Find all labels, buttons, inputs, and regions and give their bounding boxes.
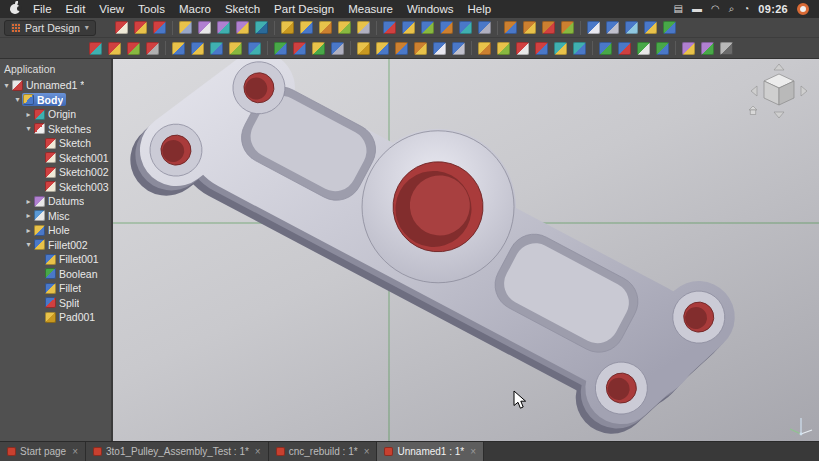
mirrored-icon[interactable] — [504, 21, 517, 34]
tree-item-sketch002[interactable]: Sketch002 — [0, 165, 111, 180]
refine-shape-icon[interactable] — [656, 42, 669, 55]
chamfer-tool-icon[interactable] — [606, 21, 619, 34]
polar-pattern-icon[interactable] — [542, 21, 555, 34]
collapse-arrow-icon[interactable]: ▾ — [13, 95, 22, 104]
document-tab-start-page[interactable]: Start page× — [0, 442, 86, 461]
fillet-tool-icon[interactable] — [587, 21, 600, 34]
datum-plane-icon[interactable] — [236, 21, 249, 34]
appearance-icon[interactable] — [682, 42, 695, 55]
apple-menu-icon[interactable] — [10, 4, 20, 14]
menu-item-help[interactable]: Help — [468, 3, 492, 15]
tree-item-fillet001[interactable]: Fillet001 — [0, 252, 111, 267]
tree-item-sketches[interactable]: ▾Sketches — [0, 122, 111, 137]
random-color-icon[interactable] — [701, 42, 714, 55]
tab-close-icon[interactable]: × — [255, 446, 261, 457]
defeaturing-icon[interactable] — [618, 42, 631, 55]
menu-item-macro[interactable]: Macro — [179, 3, 211, 15]
datum-line-icon[interactable] — [217, 21, 230, 34]
document-tab-cnc-rebuild-1[interactable]: cnc_rebuild : 1*× — [269, 442, 378, 461]
workbench-selector[interactable]: Part Design ▾ — [4, 20, 96, 36]
battery-icon[interactable]: ▬ — [692, 4, 702, 14]
subtractive-loft-icon[interactable] — [440, 21, 453, 34]
tree-item-body[interactable]: ▾Body — [0, 93, 111, 108]
additive-pipe-icon[interactable] — [338, 21, 351, 34]
menu-item-tools[interactable]: Tools — [138, 3, 165, 15]
boolean-intersect-icon[interactable] — [312, 42, 325, 55]
document-tab-unnamed1-1[interactable]: Unnamed1 : 1*× — [377, 442, 484, 461]
pad-icon[interactable] — [281, 21, 294, 34]
part-sphere-icon[interactable] — [210, 42, 223, 55]
offset-icon[interactable] — [554, 42, 567, 55]
boolean-tool-icon[interactable] — [663, 21, 676, 34]
navcube-arrow-left-icon[interactable] — [751, 86, 757, 96]
boolean-cut-icon[interactable] — [293, 42, 306, 55]
measure-angular-icon[interactable] — [108, 42, 121, 55]
expand-arrow-icon[interactable]: ▸ — [24, 197, 33, 206]
check-geometry-icon[interactable] — [637, 42, 650, 55]
user-badge-icon[interactable] — [797, 3, 809, 15]
tree-item-split[interactable]: Split — [0, 296, 111, 311]
menubar-clock[interactable]: 09:26 — [758, 3, 788, 15]
wifi-icon[interactable]: ◠ — [711, 4, 720, 14]
measure-clear-icon[interactable] — [146, 42, 159, 55]
menu-item-edit[interactable]: Edit — [66, 3, 86, 15]
tab-close-icon[interactable]: × — [72, 446, 78, 457]
revolve-icon[interactable] — [376, 42, 389, 55]
hole-icon[interactable] — [402, 21, 415, 34]
subtractive-pipe-icon[interactable] — [459, 21, 472, 34]
tree-item-sketch001[interactable]: Sketch001 — [0, 151, 111, 166]
revolution-icon[interactable] — [300, 21, 313, 34]
displays-icon[interactable]: ▤ — [674, 4, 683, 14]
mirror-icon[interactable] — [395, 42, 408, 55]
datum-point-icon[interactable] — [198, 21, 211, 34]
collapse-arrow-icon[interactable]: ▾ — [2, 81, 11, 90]
thickness-part-icon[interactable] — [573, 42, 586, 55]
additive-loft-icon[interactable] — [319, 21, 332, 34]
shape-builder-icon[interactable] — [599, 42, 612, 55]
create-body-icon[interactable] — [179, 21, 192, 34]
map-sketch-icon[interactable] — [153, 21, 166, 34]
menu-item-part-design[interactable]: Part Design — [274, 3, 334, 15]
tree-item-misc[interactable]: ▸Misc — [0, 209, 111, 224]
part-model[interactable] — [140, 59, 746, 440]
multitransform-icon[interactable] — [561, 21, 574, 34]
groove-icon[interactable] — [421, 21, 434, 34]
section-icon[interactable] — [516, 42, 529, 55]
additive-helix-icon[interactable] — [357, 21, 370, 34]
sweep-icon[interactable] — [497, 42, 510, 55]
control-center-icon[interactable]: ◔ — [743, 4, 749, 14]
tree-item-sketch003[interactable]: Sketch003 — [0, 180, 111, 195]
thickness-tool-icon[interactable] — [644, 21, 657, 34]
create-sketch-icon[interactable] — [115, 21, 128, 34]
expand-arrow-icon[interactable]: ▸ — [24, 211, 33, 220]
part-box-icon[interactable] — [172, 42, 185, 55]
pocket-icon[interactable] — [383, 21, 396, 34]
tab-close-icon[interactable]: × — [364, 446, 370, 457]
cross-sections-icon[interactable] — [535, 42, 548, 55]
extrude-icon[interactable] — [357, 42, 370, 55]
expand-arrow-icon[interactable]: ▸ — [24, 226, 33, 235]
tree-item-boolean[interactable]: Boolean — [0, 267, 111, 282]
tree-item-datums[interactable]: ▸Datums — [0, 194, 111, 209]
tree-item-hole[interactable]: ▸Hole — [0, 223, 111, 238]
fillet-part-icon[interactable] — [433, 42, 446, 55]
grid-icon[interactable] — [720, 42, 733, 55]
loft-icon[interactable] — [478, 42, 491, 55]
tree-item-pad001[interactable]: Pad001 — [0, 310, 111, 325]
3d-viewport[interactable] — [113, 59, 819, 441]
menu-item-file[interactable]: File — [33, 3, 52, 15]
draft-tool-icon[interactable] — [625, 21, 638, 34]
navcube-arrow-up-icon[interactable] — [774, 64, 784, 70]
chamfer-part-icon[interactable] — [452, 42, 465, 55]
collapse-arrow-icon[interactable]: ▾ — [24, 124, 33, 133]
expand-arrow-icon[interactable]: ▸ — [24, 110, 33, 119]
subtractive-helix-icon[interactable] — [478, 21, 491, 34]
navcube-arrow-right-icon[interactable] — [801, 86, 807, 96]
part-cylinder-icon[interactable] — [191, 42, 204, 55]
boolean-union-icon[interactable] — [274, 42, 287, 55]
navigation-cube[interactable] — [747, 62, 811, 120]
tree-item-origin[interactable]: ▸Origin — [0, 107, 111, 122]
tab-close-icon[interactable]: × — [470, 446, 476, 457]
tree-item-sketch[interactable]: Sketch — [0, 136, 111, 151]
part-torus-icon[interactable] — [248, 42, 261, 55]
